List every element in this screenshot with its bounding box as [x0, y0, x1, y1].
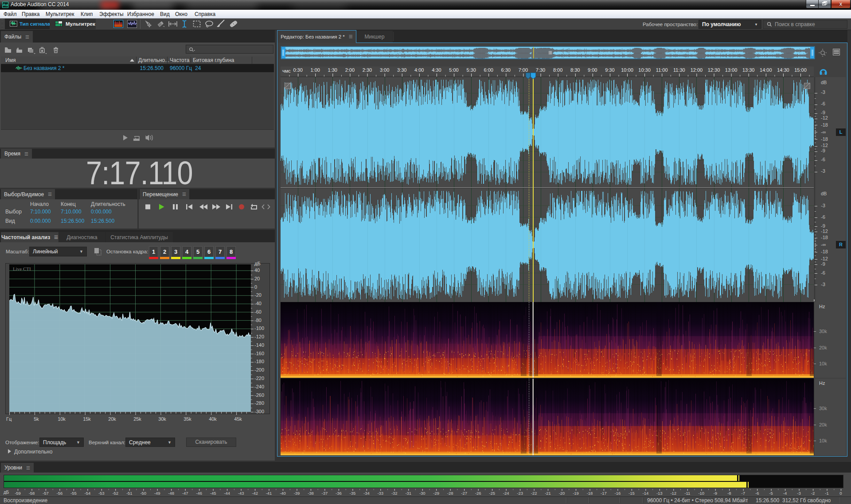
svg-text:-46: -46: [196, 491, 202, 495]
svg-text:-26: -26: [475, 491, 481, 495]
svg-text:4:30: 4:30: [432, 67, 441, 73]
svg-text:-34: -34: [363, 491, 370, 495]
svg-text:2:30: 2:30: [363, 67, 372, 73]
svg-text:6:00: 6:00: [484, 67, 493, 73]
svg-text:-55: -55: [70, 491, 77, 495]
svg-text:12:00: 12:00: [691, 67, 703, 73]
svg-text:Live CTI: Live CTI: [13, 266, 31, 271]
svg-text:1:00: 1:00: [310, 67, 320, 73]
svg-text:6:30: 6:30: [501, 67, 511, 73]
svg-text:-43: -43: [238, 491, 244, 495]
svg-text:-31: -31: [405, 491, 411, 495]
svg-text:12:30: 12:30: [708, 67, 720, 73]
svg-text:8:30: 8:30: [570, 67, 580, 73]
svg-text:-47: -47: [182, 491, 188, 495]
svg-text:-29: -29: [433, 491, 439, 495]
svg-text:-53: -53: [98, 491, 105, 495]
svg-text:3:30: 3:30: [397, 67, 406, 73]
svg-text:-24: -24: [503, 491, 509, 495]
svg-text:7:30: 7:30: [536, 67, 545, 73]
svg-text:-12: -12: [670, 491, 676, 495]
svg-text:-56: -56: [57, 491, 63, 495]
svg-text:-52: -52: [112, 491, 118, 495]
svg-text:-18: -18: [587, 491, 593, 495]
svg-text:-37: -37: [322, 491, 328, 495]
svg-text:8:00: 8:00: [553, 67, 562, 73]
svg-text:4:00: 4:00: [414, 67, 424, 73]
svg-text:-21: -21: [545, 491, 551, 495]
svg-text:11:30: 11:30: [673, 67, 685, 73]
svg-text:-44: -44: [224, 491, 230, 495]
svg-text:5:30: 5:30: [466, 67, 476, 73]
svg-text:-17: -17: [601, 491, 607, 495]
svg-text:-3: -3: [797, 491, 800, 495]
svg-text:-38: -38: [308, 491, 314, 495]
svg-text:15:00: 15:00: [794, 67, 807, 73]
svg-text:-42: -42: [252, 491, 258, 495]
svg-text:-16: -16: [615, 491, 621, 495]
svg-text:5:00: 5:00: [449, 67, 458, 73]
svg-text:2:00: 2:00: [345, 67, 355, 73]
svg-text:-57: -57: [43, 491, 49, 495]
svg-text:13:30: 13:30: [742, 67, 755, 73]
svg-text:-2: -2: [811, 491, 815, 495]
svg-text:-22: -22: [531, 491, 537, 495]
svg-text:-15: -15: [628, 491, 635, 495]
svg-text:0: 0: [839, 491, 842, 495]
svg-text:-41: -41: [266, 491, 272, 495]
svg-text:-4: -4: [783, 491, 787, 495]
svg-text:-48: -48: [168, 491, 174, 495]
svg-text:-1: -1: [825, 491, 828, 495]
svg-text:-50: -50: [140, 491, 146, 495]
svg-text:9:00: 9:00: [588, 67, 597, 73]
svg-text:-51: -51: [126, 491, 133, 495]
svg-text:-59: -59: [15, 491, 21, 495]
svg-text:11:00: 11:00: [656, 67, 668, 73]
svg-text:10:00: 10:00: [621, 67, 633, 73]
svg-text:-28: -28: [447, 491, 453, 495]
svg-text:14:30: 14:30: [777, 67, 789, 73]
svg-text:-39: -39: [294, 491, 300, 495]
svg-text:3:00: 3:00: [380, 67, 389, 73]
svg-text:-35: -35: [350, 491, 356, 495]
svg-text:0:30: 0:30: [293, 67, 302, 73]
svg-text:-30: -30: [419, 491, 426, 495]
svg-text:-32: -32: [391, 491, 398, 495]
svg-text:14:00: 14:00: [760, 67, 772, 73]
svg-text:-14: -14: [643, 491, 649, 495]
svg-text:-9: -9: [713, 491, 717, 495]
svg-text:-23: -23: [517, 491, 523, 495]
svg-text:1:30: 1:30: [328, 67, 337, 73]
svg-text:-8: -8: [727, 491, 731, 495]
svg-text:-5: -5: [769, 491, 773, 495]
svg-text:7:00: 7:00: [519, 67, 528, 73]
svg-text:10:30: 10:30: [638, 67, 651, 73]
svg-text:-33: -33: [377, 491, 383, 495]
svg-text:-20: -20: [559, 491, 565, 495]
svg-text:-40: -40: [280, 491, 286, 495]
svg-text:13:00: 13:00: [725, 67, 738, 73]
svg-text:-49: -49: [154, 491, 160, 495]
svg-text:-6: -6: [755, 491, 759, 495]
svg-text:-58: -58: [29, 491, 35, 495]
svg-text:-27: -27: [461, 491, 467, 495]
svg-text:-25: -25: [489, 491, 495, 495]
svg-text:-54: -54: [85, 491, 91, 495]
svg-text:-36: -36: [336, 491, 342, 495]
svg-text:-10: -10: [698, 491, 704, 495]
svg-text:-13: -13: [656, 491, 663, 495]
svg-text:9:30: 9:30: [605, 67, 614, 73]
svg-text:-11: -11: [684, 491, 690, 495]
svg-text:-7: -7: [741, 491, 745, 495]
svg-text:-45: -45: [210, 491, 216, 495]
svg-text:-19: -19: [573, 491, 579, 495]
